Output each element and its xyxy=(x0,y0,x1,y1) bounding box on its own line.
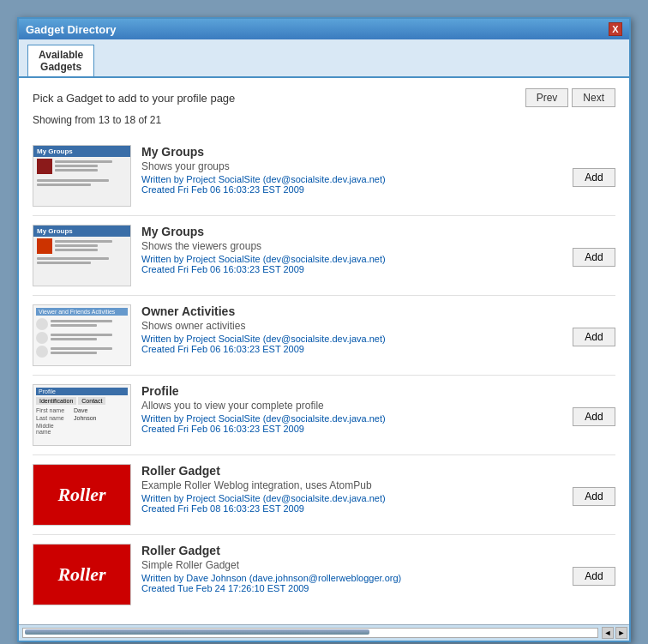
gadget-desc: Shows your groups xyxy=(141,160,562,172)
gadget-info: My Groups Shows your groups Written by P… xyxy=(141,145,562,195)
scroll-right-button[interactable]: ► xyxy=(615,627,627,639)
gadget-desc: Allows you to view your complete profile xyxy=(141,400,562,412)
page-description: Pick a Gadget to add to your profile pag… xyxy=(33,92,235,105)
gadget-thumbnail: My Groups xyxy=(33,145,131,207)
gadget-author: Written by Project SocialSite (dev@socia… xyxy=(141,493,562,503)
gadget-desc: Example Roller Weblog integration, uses … xyxy=(141,479,562,491)
gadget-list: My Groups xyxy=(33,136,615,614)
add-button[interactable]: Add xyxy=(573,487,615,506)
dialog-title: Gadget Directory xyxy=(26,23,116,36)
gadget-thumbnail: Roller xyxy=(33,464,131,526)
gadget-item: Roller Roller Gadget Example Roller Webl… xyxy=(33,455,615,535)
gadget-thumbnail: My Groups xyxy=(33,225,131,286)
roller-logo: Roller xyxy=(33,465,130,525)
tab-bar: AvailableGadgets xyxy=(19,39,629,78)
gadget-item: My Groups xyxy=(33,136,615,216)
gadget-thumbnail: Roller xyxy=(33,544,131,605)
gadget-author: Written by Dave Johnson (dave.johnson@ro… xyxy=(141,573,562,583)
gadget-author: Written by Project SocialSite (dev@socia… xyxy=(141,413,562,424)
gadget-name: Profile xyxy=(141,384,562,398)
dialog-close-button[interactable]: X xyxy=(609,22,622,36)
gadget-desc: Simple Roller Gadget xyxy=(141,559,562,571)
gadget-item: Profile Identification Contact First nam… xyxy=(33,376,615,455)
gadget-item: Roller Roller Gadget Simple Roller Gadge… xyxy=(33,535,615,614)
gadget-name: My Groups xyxy=(141,225,562,238)
add-button[interactable]: Add xyxy=(573,328,615,346)
gadget-created: Created Fri Feb 06 16:03:23 EST 2009 xyxy=(141,344,562,354)
add-button[interactable]: Add xyxy=(573,407,615,426)
top-bar: Pick a Gadget to add to your profile pag… xyxy=(33,88,615,107)
gadget-thumbnail: Viewer and Friends Activities xyxy=(33,304,131,366)
dialog-titlebar: Gadget Directory X xyxy=(19,19,629,39)
gadget-created: Created Fri Feb 06 16:03:23 EST 2009 xyxy=(141,184,562,195)
add-button[interactable]: Add xyxy=(573,168,615,187)
next-button[interactable]: Next xyxy=(572,88,615,107)
gadget-author: Written by Project SocialSite (dev@socia… xyxy=(141,254,562,264)
gadget-thumbnail: Profile Identification Contact First nam… xyxy=(33,384,131,446)
nav-buttons: Prev Next xyxy=(525,88,615,107)
tab-available-gadgets[interactable]: AvailableGadgets xyxy=(27,45,94,76)
scroll-left-button[interactable]: ◄ xyxy=(602,627,614,639)
gadget-name: Owner Activities xyxy=(141,304,562,318)
gadget-name: Roller Gadget xyxy=(141,544,562,557)
gadget-desc: Shows owner activities xyxy=(141,320,562,332)
content-area: Pick a Gadget to add to your profile pag… xyxy=(19,78,629,624)
gadget-created: Created Fri Feb 06 16:03:23 EST 2009 xyxy=(141,264,562,274)
gadget-created: Created Fri Feb 06 16:03:23 EST 2009 xyxy=(141,424,562,434)
gadget-info: Roller Gadget Simple Roller Gadget Writt… xyxy=(141,544,562,593)
gadget-created: Created Tue Feb 24 17:26:10 EST 2009 xyxy=(141,583,562,593)
gadget-info: Owner Activities Shows owner activities … xyxy=(141,304,562,354)
gadget-item: My Groups xyxy=(33,216,615,296)
gadget-info: My Groups Shows the viewers groups Writt… xyxy=(141,225,562,274)
gadget-author: Written by Project SocialSite (dev@socia… xyxy=(141,174,562,184)
roller-logo: Roller xyxy=(33,545,130,605)
prev-button[interactable]: Prev xyxy=(525,88,569,107)
gadget-created: Created Fri Feb 08 16:03:23 EST 2009 xyxy=(141,503,562,514)
add-button[interactable]: Add xyxy=(573,248,615,267)
showing-text: Showing from 13 to 18 of 21 xyxy=(33,114,615,126)
gadget-author: Written by Project SocialSite (dev@socia… xyxy=(141,334,562,344)
gadget-desc: Shows the viewers groups xyxy=(141,240,562,252)
scrollbar-track[interactable] xyxy=(22,628,598,638)
gadget-name: Roller Gadget xyxy=(141,464,562,478)
scrollbar-area: ◄ ► xyxy=(19,624,629,641)
gadget-info: Roller Gadget Example Roller Weblog inte… xyxy=(141,464,562,514)
gadget-name: My Groups xyxy=(141,145,562,159)
gadget-info: Profile Allows you to view your complete… xyxy=(141,384,562,434)
add-button[interactable]: Add xyxy=(573,567,615,586)
scrollbar-thumb xyxy=(25,629,369,635)
gadget-item: Viewer and Friends Activities xyxy=(33,296,615,376)
gadget-directory-dialog: Gadget Directory X AvailableGadgets Pick… xyxy=(17,17,631,642)
